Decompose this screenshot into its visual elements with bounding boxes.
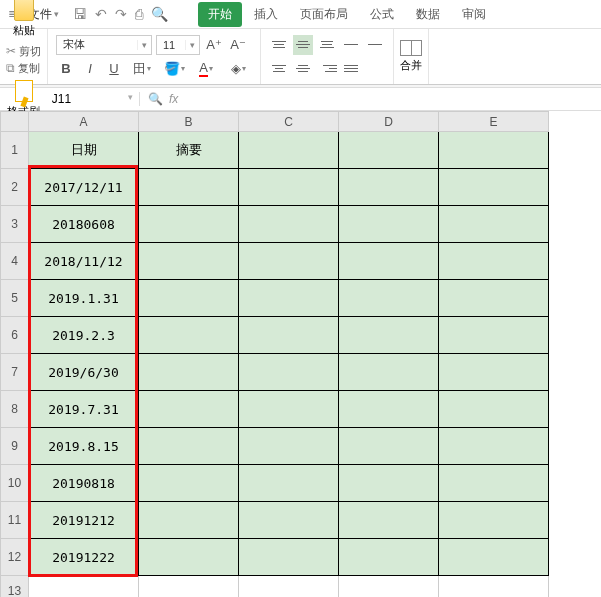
row-header[interactable]: 5 <box>1 280 29 317</box>
cell[interactable] <box>339 428 439 465</box>
cell[interactable] <box>439 317 549 354</box>
effects-button[interactable]: ◈▾ <box>224 59 252 79</box>
underline-button[interactable]: U <box>104 59 124 79</box>
cell[interactable] <box>139 243 239 280</box>
align-top-button[interactable] <box>269 35 289 55</box>
row-header[interactable]: 8 <box>1 391 29 428</box>
row-header[interactable]: 2 <box>1 169 29 206</box>
align-center-button[interactable] <box>293 59 313 79</box>
cell[interactable] <box>439 354 549 391</box>
cell[interactable] <box>339 206 439 243</box>
cell[interactable] <box>339 465 439 502</box>
cell[interactable] <box>239 539 339 576</box>
font-name-combo[interactable]: 宋体 ▾ <box>56 35 152 55</box>
print-icon[interactable]: ⎙ <box>135 6 143 22</box>
cell[interactable] <box>239 428 339 465</box>
row-header[interactable]: 13 <box>1 576 29 598</box>
cell[interactable]: 20191222 <box>29 539 139 576</box>
cell[interactable] <box>239 465 339 502</box>
cell[interactable] <box>139 391 239 428</box>
cell[interactable] <box>239 576 339 598</box>
align-right-button[interactable] <box>317 59 337 79</box>
tab-layout[interactable]: 页面布局 <box>290 2 358 27</box>
cell[interactable] <box>139 354 239 391</box>
cell[interactable] <box>439 428 549 465</box>
cell[interactable]: 2019/6/30 <box>29 354 139 391</box>
cell[interactable]: 摘要 <box>139 132 239 169</box>
font-size-combo[interactable]: 11 ▾ <box>156 35 200 55</box>
cell[interactable] <box>139 576 239 598</box>
tab-insert[interactable]: 插入 <box>244 2 288 27</box>
cell[interactable] <box>339 132 439 169</box>
cell[interactable] <box>239 391 339 428</box>
cell[interactable] <box>339 539 439 576</box>
cell[interactable] <box>439 576 549 598</box>
spreadsheet-grid[interactable]: A B C D E 1日期摘要22017/12/1132018060842018… <box>0 111 601 597</box>
col-header-b[interactable]: B <box>139 112 239 132</box>
cell[interactable] <box>139 280 239 317</box>
cell[interactable] <box>139 317 239 354</box>
row-header[interactable]: 7 <box>1 354 29 391</box>
cell[interactable] <box>139 428 239 465</box>
cell[interactable] <box>239 317 339 354</box>
cell[interactable] <box>439 465 549 502</box>
border-button[interactable]: 田▾ <box>128 59 156 79</box>
cell[interactable] <box>239 354 339 391</box>
tab-formula[interactable]: 公式 <box>360 2 404 27</box>
cell[interactable] <box>139 502 239 539</box>
cell[interactable] <box>339 169 439 206</box>
cell[interactable]: 2019.1.31 <box>29 280 139 317</box>
cell[interactable] <box>139 465 239 502</box>
copy-button[interactable]: ⧉复制 <box>6 61 41 76</box>
cell[interactable] <box>239 502 339 539</box>
tab-start[interactable]: 开始 <box>198 2 242 27</box>
indent-increase-button[interactable] <box>365 35 385 55</box>
fill-color-button[interactable]: 🪣▾ <box>160 59 188 79</box>
cell[interactable] <box>339 317 439 354</box>
row-header[interactable]: 1 <box>1 132 29 169</box>
cell[interactable] <box>339 354 439 391</box>
cell[interactable] <box>439 502 549 539</box>
select-all-corner[interactable] <box>1 112 29 132</box>
col-header-a[interactable]: A <box>29 112 139 132</box>
bold-button[interactable]: B <box>56 59 76 79</box>
tab-data[interactable]: 数据 <box>406 2 450 27</box>
italic-button[interactable]: I <box>80 59 100 79</box>
cell[interactable] <box>339 391 439 428</box>
merge-group[interactable]: 合并 <box>394 29 429 84</box>
align-bottom-button[interactable] <box>317 35 337 55</box>
undo-icon[interactable]: ↶ <box>95 6 107 22</box>
cell[interactable] <box>239 243 339 280</box>
cell[interactable]: 20190818 <box>29 465 139 502</box>
paste-button[interactable]: 粘贴 <box>9 0 39 40</box>
indent-decrease-button[interactable] <box>341 35 361 55</box>
cell[interactable]: 2019.8.15 <box>29 428 139 465</box>
cell[interactable] <box>439 169 549 206</box>
formula-bar[interactable]: 🔍 fx <box>140 92 192 106</box>
cell[interactable] <box>339 280 439 317</box>
cell[interactable] <box>239 132 339 169</box>
cell[interactable] <box>339 243 439 280</box>
cell[interactable]: 20180608 <box>29 206 139 243</box>
align-middle-button[interactable] <box>293 35 313 55</box>
row-header[interactable]: 3 <box>1 206 29 243</box>
cell[interactable] <box>439 391 549 428</box>
row-header[interactable]: 9 <box>1 428 29 465</box>
cell[interactable] <box>439 206 549 243</box>
save-icon[interactable]: 🖫 <box>73 6 87 22</box>
cell[interactable] <box>139 169 239 206</box>
cell[interactable]: 20191212 <box>29 502 139 539</box>
name-box[interactable]: J11 <box>0 92 140 106</box>
row-header[interactable]: 10 <box>1 465 29 502</box>
align-justify-button[interactable] <box>341 59 361 79</box>
increase-font-button[interactable]: A⁺ <box>204 35 224 55</box>
cell[interactable] <box>439 539 549 576</box>
col-header-d[interactable]: D <box>339 112 439 132</box>
decrease-font-button[interactable]: A⁻ <box>228 35 248 55</box>
align-left-button[interactable] <box>269 59 289 79</box>
cell[interactable] <box>29 576 139 598</box>
cell[interactable] <box>139 206 239 243</box>
cell[interactable] <box>439 132 549 169</box>
cell[interactable] <box>439 280 549 317</box>
cell[interactable] <box>239 280 339 317</box>
